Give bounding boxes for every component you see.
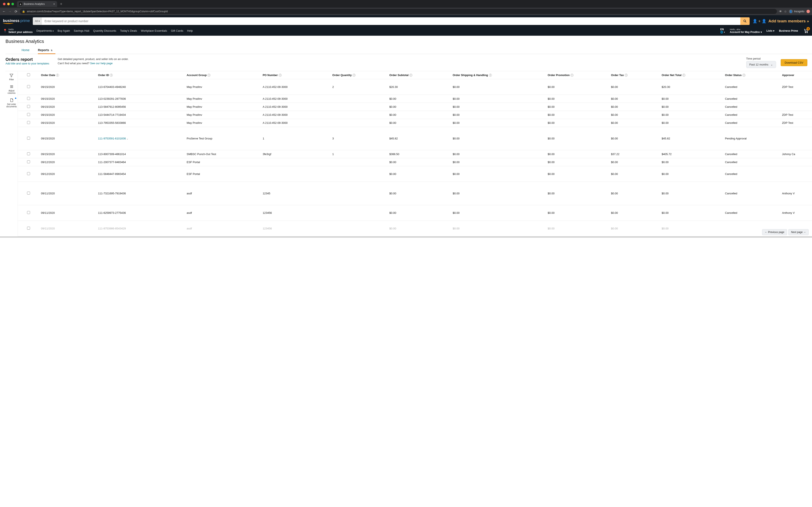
col-shipping[interactable]: Order Shipping & Handlingi bbox=[451, 71, 546, 79]
nav-savings-hub[interactable]: Savings Hub bbox=[74, 29, 90, 32]
table-header-row: Order Datei Order IDi Account Groupi PO … bbox=[18, 71, 812, 79]
cell-qty bbox=[331, 103, 388, 111]
filter-tool[interactable]: Filter bbox=[9, 73, 14, 81]
time-period-select[interactable]: Past 12 months ⌄ bbox=[746, 61, 776, 68]
cell-net: $0.00 bbox=[660, 103, 723, 111]
brand-logo[interactable]: business prime bbox=[3, 18, 30, 24]
row-checkbox[interactable] bbox=[27, 85, 30, 88]
new-tab-button[interactable]: + bbox=[59, 2, 64, 6]
info-icon[interactable]: i bbox=[489, 74, 492, 77]
deliver-action: Select your address bbox=[8, 31, 33, 34]
business-prime-link[interactable]: Business Prime bbox=[779, 30, 798, 32]
row-checkbox[interactable] bbox=[27, 211, 30, 214]
table-container: Order Datei Order IDi Account Groupi PO … bbox=[18, 71, 812, 236]
save-template-link[interactable]: Add title and save to your templates bbox=[5, 62, 49, 65]
col-order-subtotal[interactable]: Order Subtotali bbox=[388, 71, 451, 79]
col-tax[interactable]: Order Taxi bbox=[609, 71, 660, 79]
eye-off-icon[interactable]: 👁 bbox=[779, 10, 782, 13]
cell-group: ProServe Test Group bbox=[185, 127, 261, 150]
col-status[interactable]: Order Statusi bbox=[723, 71, 780, 79]
col-order-quantity[interactable]: Order Quantityi bbox=[331, 71, 388, 79]
adjust-columns-tool[interactable]: Adjust columns bbox=[5, 84, 17, 94]
order-id-link[interactable]: 111-9753591-6101836 bbox=[98, 137, 126, 140]
account-menu[interactable]: Hello, aba Account for May ProdInv ▾ bbox=[730, 28, 762, 34]
cell-date: 09/15/2020 bbox=[39, 111, 96, 119]
nav-departments[interactable]: Departments bbox=[36, 29, 54, 32]
close-window-icon[interactable] bbox=[3, 3, 5, 5]
cell-po bbox=[261, 158, 331, 166]
info-icon[interactable]: i bbox=[207, 74, 210, 77]
select-all-header bbox=[18, 71, 39, 79]
info-icon[interactable]: i bbox=[279, 74, 282, 77]
incognito-indicator[interactable]: 👤 Incognito bbox=[789, 9, 804, 13]
search-input[interactable] bbox=[42, 17, 740, 25]
tab-title: Business Analytics bbox=[24, 3, 45, 5]
row-checkbox[interactable] bbox=[27, 152, 30, 155]
select-all-checkbox[interactable] bbox=[27, 73, 30, 76]
row-checkbox[interactable] bbox=[27, 97, 30, 100]
row-checkbox[interactable] bbox=[27, 172, 30, 175]
info-icon[interactable]: i bbox=[110, 74, 113, 77]
row-checkbox[interactable] bbox=[27, 227, 30, 230]
info-icon[interactable]: i bbox=[682, 74, 686, 77]
cart-button[interactable]: 0 bbox=[803, 28, 809, 34]
nav-workplace-essentials[interactable]: Workplace Essentials bbox=[141, 29, 167, 32]
col-promotion[interactable]: Order Promotioni bbox=[546, 71, 609, 79]
nav-gift-cards[interactable]: Gift Cards bbox=[171, 29, 183, 32]
nav-todays-deals[interactable]: Today's Deals bbox=[120, 29, 137, 32]
close-tab-icon[interactable]: × bbox=[53, 2, 55, 6]
info-icon[interactable]: i bbox=[56, 74, 59, 77]
info-icon[interactable]: i bbox=[625, 74, 627, 77]
cell-qty bbox=[331, 119, 388, 127]
row-checkbox[interactable] bbox=[27, 137, 30, 139]
forward-icon[interactable]: → bbox=[8, 9, 12, 13]
browser-tab[interactable]: a Business Analytics × bbox=[17, 1, 57, 7]
extension-badge-icon[interactable] bbox=[807, 10, 810, 13]
download-csv-button[interactable]: Download CSV bbox=[781, 59, 807, 66]
cell-po: 3fe3rgf bbox=[261, 150, 331, 158]
order-id-text: 113-6704403-4948240 bbox=[98, 86, 126, 89]
prev-page-button[interactable]: ← Previous page bbox=[762, 229, 787, 235]
nav-buy-again[interactable]: Buy Again bbox=[57, 29, 70, 32]
tab-home[interactable]: Home bbox=[21, 46, 30, 54]
tab-reports[interactable]: Reports ⇅ bbox=[38, 46, 52, 54]
back-icon[interactable]: ← bbox=[2, 9, 6, 13]
table-row: 09/11/2020 111-8753986-8543429 asdf 1234… bbox=[18, 221, 812, 236]
col-order-id[interactable]: Order IDi bbox=[96, 71, 185, 79]
cell-po: A 2110.452-09-3000 bbox=[261, 103, 331, 111]
col-net-total[interactable]: Order Net Totali bbox=[660, 71, 723, 79]
search-category-dropdown[interactable]: All ▾ bbox=[33, 17, 42, 25]
nav-help[interactable]: Help bbox=[187, 29, 193, 32]
info-icon[interactable]: i bbox=[743, 74, 745, 77]
row-checkbox[interactable] bbox=[27, 113, 30, 116]
add-team-members-link[interactable]: 👤 + 👤 Add team members » bbox=[753, 19, 809, 23]
maximize-window-icon[interactable] bbox=[11, 3, 14, 5]
minimize-window-icon[interactable] bbox=[7, 3, 10, 5]
row-checkbox[interactable] bbox=[27, 105, 30, 108]
col-po-number[interactable]: PO Numberi bbox=[261, 71, 331, 79]
chevron-down-icon[interactable]: ⌄ bbox=[126, 137, 128, 140]
info-icon[interactable]: i bbox=[353, 74, 355, 77]
star-icon[interactable]: ☆ bbox=[784, 10, 787, 13]
cell-tax: $0.00 bbox=[609, 111, 660, 119]
col-order-date[interactable]: Order Datei bbox=[39, 71, 96, 79]
row-checkbox[interactable] bbox=[27, 121, 30, 124]
language-selector[interactable]: EN 🌐 ▾ bbox=[720, 28, 725, 34]
lists-menu[interactable]: Lists ▾ bbox=[767, 30, 774, 32]
cell-tax: $0.00 bbox=[609, 221, 660, 236]
col-account-group[interactable]: Account Groupi bbox=[185, 71, 261, 79]
deliver-to[interactable]: 📍 Hello Select your address bbox=[3, 28, 33, 34]
info-icon[interactable]: i bbox=[409, 74, 412, 77]
info-icon[interactable]: i bbox=[570, 74, 573, 77]
next-page-button[interactable]: Next page → bbox=[788, 229, 809, 235]
url-field[interactable]: 🔒 amazon.com/b2b/aba/?reportType=items_r… bbox=[20, 9, 777, 14]
row-checkbox[interactable] bbox=[27, 191, 30, 194]
nav-quantity-discounts[interactable]: Quantity Discounts bbox=[93, 29, 116, 32]
col-approver[interactable]: Approver bbox=[780, 71, 812, 79]
order-id-text: 111-2007377-8483464 bbox=[98, 161, 126, 164]
search-button[interactable] bbox=[740, 17, 750, 25]
help-page-link[interactable]: See our help page bbox=[90, 62, 112, 65]
get-docs-tool[interactable]: Get order documents bbox=[5, 98, 17, 108]
row-checkbox[interactable] bbox=[27, 160, 30, 163]
reload-icon[interactable]: ⟳ bbox=[14, 9, 18, 13]
